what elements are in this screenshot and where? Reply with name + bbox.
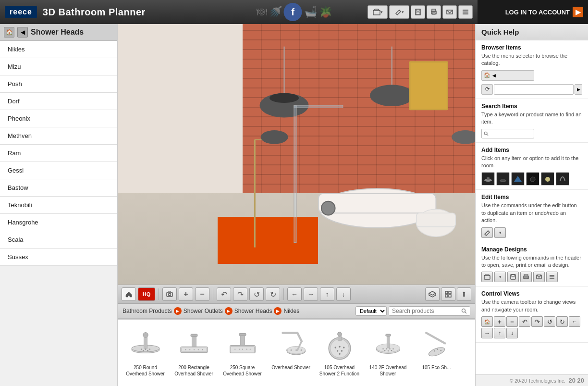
sidebar-item-gessi[interactable]: Gessi	[0, 162, 117, 179]
open-button[interactable]: ▾	[368, 5, 388, 19]
sidebar-back-button[interactable]: ◀	[17, 27, 28, 37]
manage-open-btn[interactable]	[481, 272, 493, 282]
svg-point-63	[238, 349, 239, 350]
save-button[interactable]	[411, 5, 425, 19]
manage-print-btn[interactable]	[520, 272, 532, 282]
manage-designs-text: Use the following commands in the header…	[481, 254, 582, 269]
zoom-in-button[interactable]: +	[179, 287, 193, 301]
pan-left-button[interactable]: ←	[287, 287, 302, 301]
help-search-field[interactable]	[481, 129, 534, 138]
svg-point-26	[452, 130, 475, 144]
search-items-text: Type a keyword or product name to find a…	[481, 111, 582, 126]
redo-button[interactable]: ↻	[266, 287, 280, 301]
sidebar-item-ram[interactable]: Ram	[0, 145, 117, 162]
3d-view-button[interactable]	[425, 287, 440, 301]
sidebar-list: Nikles Mizu Posh Dorf Pheonix Methven Ra…	[0, 41, 117, 386]
pan-right-button[interactable]: →	[304, 287, 318, 301]
sidebar-item-hansgrohe[interactable]: Hansgrohe	[0, 214, 117, 231]
ctrl-rotate-r-btn[interactable]: ↷	[531, 316, 543, 327]
add-item-icon-4	[526, 172, 539, 186]
product-105-2func[interactable]: 105 Overhead Shower 2 Function	[317, 324, 362, 381]
print-button[interactable]	[427, 5, 441, 19]
expand-button[interactable]: ⬆	[457, 287, 471, 301]
viewport-home-button[interactable]	[122, 287, 136, 301]
ctrl-up-btn[interactable]: ↑	[494, 328, 505, 338]
help-edit-btn[interactable]	[481, 227, 493, 238]
svg-rect-37	[449, 295, 451, 297]
sidebar-item-teknobili[interactable]: Teknobili	[0, 197, 117, 214]
login-area[interactable]: LOG IN TO ACCOUNT ▶	[478, 0, 588, 24]
email-button[interactable]	[442, 5, 457, 19]
breadcrumb-bathroom-products[interactable]: Bathroom Products	[122, 308, 172, 314]
sidebar-item-scala[interactable]: Scala	[0, 231, 117, 249]
sidebar-home-button[interactable]: 🏠	[4, 27, 14, 37]
ctrl-left-btn[interactable]: ←	[569, 316, 580, 327]
menu-button[interactable]	[458, 5, 473, 19]
facebook-button[interactable]: f	[284, 3, 302, 21]
search-input[interactable]	[392, 308, 459, 314]
product-105-2func-name: 105 Overhead Shower 2 Function	[318, 364, 360, 377]
sidebar-item-posh[interactable]: Posh	[0, 75, 117, 93]
manage-save-btn[interactable]	[507, 272, 519, 282]
breadcrumb-shower-outlets[interactable]: Shower Outlets	[184, 308, 223, 314]
rotate-left-button[interactable]: ↶	[217, 287, 231, 301]
svg-point-99	[434, 350, 435, 352]
pan-down-button[interactable]: ↓	[336, 287, 351, 301]
default-select[interactable]: Default	[355, 306, 387, 316]
deco-icon-1: 🍽	[257, 6, 267, 18]
browser-rotate-icon[interactable]: ⟳	[481, 84, 493, 95]
center-content: HQ + − ↶ ↷ ↺ ↻ ← → ↑ ↓	[118, 24, 475, 386]
product-overhead[interactable]: Overhead Shower	[268, 324, 314, 381]
manage-list-btn[interactable]	[546, 272, 558, 282]
browser-arrow-icon[interactable]: ▶	[575, 84, 582, 95]
grid-view-button[interactable]	[441, 287, 455, 301]
sidebar-item-mizu[interactable]: Mizu	[0, 58, 117, 75]
help-edit-dropdown[interactable]: ▾	[494, 227, 506, 238]
help-section-search-items: Search Items Type a keyword or product n…	[476, 99, 588, 143]
manage-designs-title: Manage Designs	[481, 246, 582, 253]
product-105-eco[interactable]: 105 Eco Sh...	[414, 324, 459, 381]
product-200-rectangle[interactable]: 200 Rectangle Overhead Shower	[171, 324, 217, 381]
sidebar-item-sussex[interactable]: Sussex	[0, 249, 117, 266]
browser-path-bar	[494, 84, 574, 95]
bathroom-scene	[118, 24, 475, 285]
control-views-text: Use the camera toolbar to change views a…	[481, 299, 582, 313]
ctrl-down-btn[interactable]: ↓	[506, 328, 518, 338]
add-item-icon-6	[556, 172, 569, 186]
sidebar-item-bastow[interactable]: Bastow	[0, 179, 117, 197]
top-right-toolbar: ▾ ▾	[368, 5, 473, 19]
camera-icon-button[interactable]	[162, 287, 177, 301]
manage-dropdown[interactable]: ▾	[494, 272, 506, 282]
ctrl-zoom-in-btn[interactable]: +	[494, 316, 505, 327]
product-250-round[interactable]: 250 Round Overhead Shower	[122, 324, 168, 381]
sidebar-item-dorf[interactable]: Dorf	[0, 93, 117, 110]
product-140-2f[interactable]: 140 2F Overhead Shower	[365, 324, 411, 381]
svg-rect-111	[484, 275, 490, 279]
3d-viewport[interactable]	[118, 24, 475, 285]
breadcrumb-shower-heads[interactable]: Shower Heads	[234, 308, 272, 314]
product-250-square[interactable]: 250 Square Overhead Shower	[220, 324, 265, 381]
ctrl-home-btn[interactable]: 🏠	[481, 316, 493, 327]
browser-nav-bar[interactable]: 🏠 ◀	[481, 70, 534, 81]
ctrl-rotate-l-btn[interactable]: ↶	[519, 316, 530, 327]
svg-point-73	[290, 349, 292, 351]
svg-line-68	[297, 333, 302, 341]
undo-button[interactable]: ↺	[249, 287, 264, 301]
ctrl-zoom-out-btn[interactable]: −	[506, 316, 518, 327]
sidebar-item-nikles[interactable]: Nikles	[0, 41, 117, 58]
ctrl-right-btn[interactable]: →	[481, 328, 493, 338]
rotate-right-button[interactable]: ↷	[233, 287, 247, 301]
hq-button[interactable]: HQ	[138, 287, 155, 301]
ctrl-undo-btn[interactable]: ↺	[544, 316, 555, 327]
ctrl-redo-btn[interactable]: ↻	[556, 316, 568, 327]
sidebar-item-methven[interactable]: Methven	[0, 127, 117, 145]
zoom-out-button[interactable]: −	[195, 287, 209, 301]
edit-button[interactable]: ▾	[389, 5, 409, 19]
manage-email-btn[interactable]	[533, 272, 545, 282]
svg-point-57	[202, 349, 203, 350]
breadcrumb-nikles[interactable]: Nikles	[283, 308, 299, 314]
pan-up-button[interactable]: ↑	[320, 287, 334, 301]
svg-point-110	[545, 177, 550, 182]
sidebar-item-pheonix[interactable]: Pheonix	[0, 110, 117, 127]
svg-point-75	[300, 349, 302, 351]
